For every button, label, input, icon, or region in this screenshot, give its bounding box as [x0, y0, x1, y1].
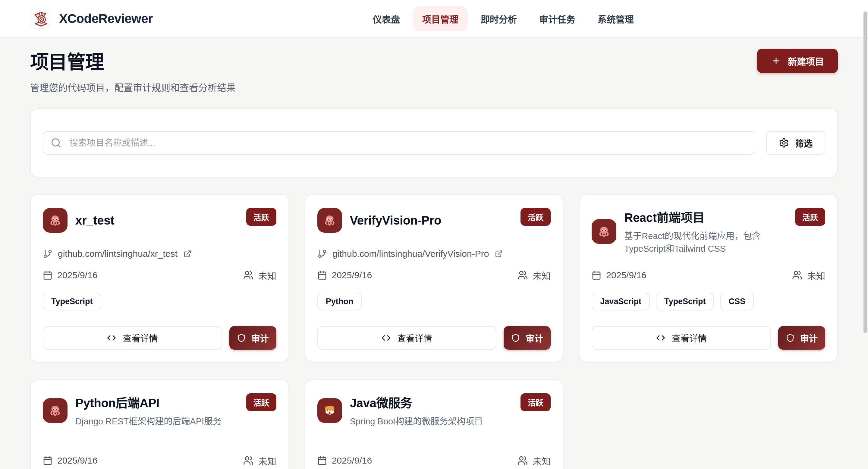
language-tag: CSS — [720, 293, 754, 310]
users-icon — [518, 270, 528, 280]
page-header: 项目管理 管理您的代码项目，配置审计规则和查看分析结果 新建项目 — [30, 47, 838, 94]
page-subtitle: 管理您的代码项目，配置审计规则和查看分析结果 — [30, 80, 236, 94]
code-icon — [107, 333, 116, 342]
top-navbar: XCodeReviewer 仪表盘 项目管理 即时分析 审计任务 系统管理 — [0, 0, 868, 38]
audit-label: 审计 — [251, 332, 269, 344]
created-date: 2025/9/16 — [332, 270, 372, 280]
view-details-label: 查看详情 — [397, 332, 432, 344]
project-grid: xr_test 活跃 github.com/lintsinghua/xr_tes… — [30, 194, 838, 469]
created-date: 2025/9/16 — [57, 270, 97, 280]
nav-item-projects[interactable]: 项目管理 — [412, 6, 468, 31]
nav-item-system-admin[interactable]: 系统管理 — [588, 6, 644, 31]
meta-row: 2025/9/16 未知 — [43, 454, 276, 467]
meta-row: 2025/9/16 未知 — [317, 269, 551, 282]
created-date: 2025/9/16 — [332, 456, 372, 466]
language-tag: TypeScript — [43, 293, 101, 310]
octopus-emoji-icon — [48, 213, 62, 227]
members-value: 未知 — [807, 269, 825, 282]
repo-url: github.com/lintsinghua/VerifyVision-Pro — [333, 249, 489, 259]
language-tag: Python — [317, 293, 362, 310]
calendar-icon — [317, 270, 327, 280]
card-header: Java微服务 Spring Boot构建的微服务架构项目 活跃 — [317, 393, 551, 428]
project-description: Spring Boot构建的微服务架构项目 — [350, 415, 507, 428]
fox-emoji-icon — [323, 404, 337, 417]
created-date: 2025/9/16 — [57, 456, 97, 466]
filter-button[interactable]: 筛选 — [766, 131, 825, 155]
new-project-label: 新建项目 — [788, 54, 824, 67]
git-branch-icon — [43, 249, 53, 259]
project-name: xr_test — [75, 214, 233, 227]
status-badge: 活跃 — [795, 208, 825, 226]
status-badge: 活跃 — [246, 208, 276, 226]
repo-link[interactable]: github.com/lintsinghua/xr_test — [43, 249, 276, 259]
audit-button[interactable]: 审计 — [229, 326, 276, 350]
git-branch-icon — [317, 249, 327, 259]
calendar-icon — [43, 270, 53, 280]
meta-row: 2025/9/16 未知 — [43, 269, 276, 282]
page-title: 项目管理 — [30, 47, 236, 74]
project-description: 基于React的现代化前端应用，包含TypeScript和Tailwind CS… — [624, 230, 782, 255]
card-actions: 查看详情 审计 — [43, 326, 276, 350]
meta-row: 2025/9/16 未知 — [317, 454, 551, 467]
vertical-scrollbar[interactable] — [864, 11, 867, 333]
status-badge: 活跃 — [246, 393, 276, 411]
audit-label: 审计 — [526, 332, 543, 344]
shield-icon — [511, 333, 520, 342]
card-bottom: 2025/9/16 未知 Java XML 查看详情 — [317, 454, 551, 469]
view-details-button[interactable]: 查看详情 — [43, 326, 222, 350]
language-tag: JavaScript — [592, 293, 650, 310]
project-avatar — [43, 398, 67, 423]
meta-row: 2025/9/16 未知 — [592, 269, 825, 282]
audit-button[interactable]: 审计 — [504, 326, 551, 350]
repo-link[interactable]: github.com/lintsinghua/VerifyVision-Pro — [317, 249, 551, 259]
view-details-label: 查看详情 — [123, 332, 158, 344]
search-panel: 筛选 — [30, 108, 838, 178]
card-actions: 查看详情 审计 — [592, 326, 825, 350]
calendar-icon — [592, 270, 601, 280]
main-nav: 仪表盘 项目管理 即时分析 审计任务 系统管理 — [363, 6, 644, 31]
users-icon — [243, 270, 253, 280]
card-header: Python后端API Django REST框架构建的后端API服务 活跃 — [43, 393, 276, 428]
status-badge: 活跃 — [521, 393, 551, 411]
project-avatar — [592, 219, 616, 244]
members-value: 未知 — [258, 269, 276, 282]
calendar-icon — [317, 456, 327, 465]
plus-icon — [771, 56, 781, 66]
created-date: 2025/9/16 — [606, 270, 646, 280]
project-name: Python后端API — [75, 393, 233, 411]
audit-label: 审计 — [800, 332, 818, 344]
search-field-wrap — [43, 131, 755, 155]
code-icon — [381, 333, 391, 342]
language-tag: TypeScript — [656, 293, 714, 310]
users-icon — [243, 456, 253, 466]
language-tags: JavaScript TypeScript CSS — [592, 293, 825, 310]
project-name: React前端项目 — [624, 208, 782, 225]
search-icon — [51, 137, 61, 148]
nav-item-dashboard[interactable]: 仪表盘 — [363, 6, 410, 31]
view-details-button[interactable]: 查看详情 — [317, 326, 497, 350]
project-avatar — [317, 398, 342, 423]
search-input[interactable] — [43, 131, 755, 155]
view-details-label: 查看详情 — [672, 332, 707, 344]
card-bottom: github.com/lintsinghua/VerifyVision-Pro … — [317, 249, 551, 350]
card-bottom: 2025/9/16 未知 Python SQL 查看详情 — [43, 454, 276, 469]
project-avatar — [43, 208, 67, 233]
project-avatar — [317, 208, 342, 233]
project-card: VerifyVision-Pro 活跃 github.com/lintsingh… — [305, 194, 564, 362]
filter-label: 筛选 — [795, 136, 812, 149]
card-header: React前端项目 基于React的现代化前端应用，包含TypeScript和T… — [592, 208, 825, 255]
shield-icon — [786, 333, 795, 342]
audit-button[interactable]: 审计 — [778, 326, 825, 350]
project-card: Python后端API Django REST框架构建的后端API服务 活跃 2… — [30, 379, 289, 469]
project-description: Django REST框架构建的后端API服务 — [75, 415, 233, 428]
new-project-button[interactable]: 新建项目 — [757, 49, 838, 73]
users-icon — [792, 270, 802, 280]
nav-item-audit-tasks[interactable]: 审计任务 — [530, 6, 585, 31]
shield-icon — [237, 333, 246, 342]
card-header: xr_test 活跃 — [43, 208, 276, 233]
view-details-button[interactable]: 查看详情 — [592, 326, 771, 350]
project-card: Java微服务 Spring Boot构建的微服务架构项目 活跃 2025/9/… — [305, 379, 564, 469]
nav-item-instant-analysis[interactable]: 即时分析 — [471, 6, 527, 31]
language-tags: Python — [317, 293, 551, 310]
card-bottom: 2025/9/16 未知 JavaScript TypeScript CSS 查 — [592, 269, 825, 350]
